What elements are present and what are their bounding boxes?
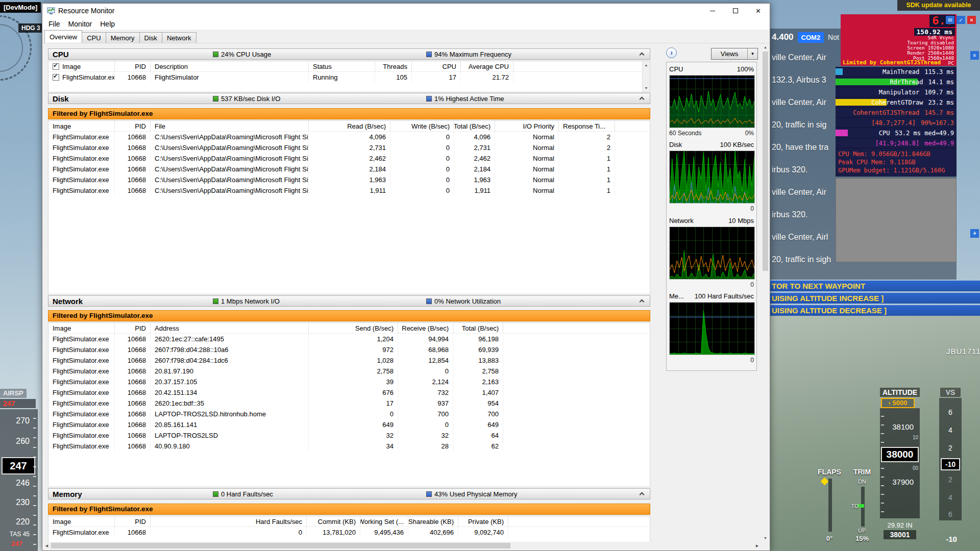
- tab[interactable]: Memory: [106, 32, 140, 43]
- table-row[interactable]: FlightSimulator.exe 10668 2607:f798:d04:…: [48, 355, 650, 366]
- table-row[interactable]: FlightSimulator.exe 10668 FlightSimulato…: [48, 72, 650, 83]
- aircraft-panel-icon[interactable]: ✈: [970, 229, 979, 238]
- network-section-header[interactable]: Network 1 Mbps Network I/O 0% Network Ut…: [48, 295, 650, 307]
- table-row[interactable]: FlightSimulator.exe 10668 C:\Users\Sven\…: [48, 164, 650, 174]
- close-debug-icon[interactable]: ✕: [967, 16, 976, 24]
- table-row[interactable]: FlightSimulator.exe 10668 C:\Users\Sven\…: [48, 174, 650, 185]
- scroll-up-arrow[interactable]: ▲: [643, 61, 650, 69]
- column-header[interactable]: PID: [115, 516, 151, 527]
- table-row[interactable]: FlightSimulator.exe 10668 LAPTOP-TROS2LS…: [48, 430, 650, 441]
- atc-menu-item[interactable]: UISING ALTITUDE DECREASE ]: [750, 305, 980, 316]
- column-header[interactable]: Write (B/sec): [390, 121, 454, 131]
- table-row[interactable]: FlightSimulator.exe 10668 2607:f798:d04:…: [48, 344, 650, 355]
- column-header[interactable]: Status: [309, 61, 375, 71]
- column-header[interactable]: Description: [151, 61, 309, 71]
- row-checkbox[interactable]: [53, 74, 59, 81]
- scroll-thumb[interactable]: [763, 52, 768, 271]
- table-row[interactable]: FlightSimulator.exe 10668 2620:1ec:27::c…: [48, 334, 650, 344]
- vertical-scrollbar[interactable]: ▲ ▼: [762, 43, 769, 542]
- mail-icon[interactable]: ✉: [946, 16, 954, 24]
- disk-section-header[interactable]: Disk 537 KB/sec Disk I/O 1% Highest Acti…: [48, 93, 650, 104]
- collapse-chevron-button[interactable]: [638, 490, 646, 498]
- column-header[interactable]: Commit (KB): [307, 516, 360, 527]
- menu-item[interactable]: File: [44, 19, 64, 29]
- collapse-graph-pane-button[interactable]: ›: [666, 47, 677, 58]
- maximize-button[interactable]: [724, 4, 747, 18]
- horizontal-scrollbar[interactable]: ◀ ▶: [43, 542, 761, 549]
- column-header[interactable]: Image: [48, 61, 115, 71]
- column-header[interactable]: Total (B/sec): [454, 121, 495, 131]
- table-row[interactable]: FlightSimulator.exe 10668 LAPTOP-TROS2LS…: [48, 409, 650, 419]
- cell: C:\Users\Sven\AppData\Roaming\Microsoft …: [151, 185, 309, 196]
- column-header[interactable]: Response Ti...: [559, 121, 615, 131]
- column-header[interactable]: File: [151, 121, 309, 131]
- com2-badge[interactable]: COM2: [798, 32, 824, 43]
- menu-item[interactable]: Monitor: [64, 19, 96, 29]
- column-header[interactable]: Send (B/sec): [309, 323, 398, 333]
- cpu-table-scrollbar[interactable]: ▲▼: [642, 61, 650, 92]
- column-header[interactable]: Image: [48, 121, 115, 131]
- table-row[interactable]: FlightSimulator.exe 10668 C:\Users\Sven\…: [48, 142, 650, 153]
- close-button[interactable]: ✕: [747, 4, 770, 18]
- table-row[interactable]: FlightSimulator.exe 10668 C:\Users\Sven\…: [48, 132, 650, 142]
- views-dropdown-arrow[interactable]: ▼: [747, 48, 757, 59]
- column-header[interactable]: Image: [48, 516, 115, 527]
- memory-section-header[interactable]: Memory 0 Hard Faults/sec 43% Used Physic…: [48, 488, 650, 499]
- minimize-button[interactable]: [701, 4, 724, 18]
- tab[interactable]: CPU: [82, 32, 106, 43]
- altitude-sub-digits: 10: [913, 435, 918, 440]
- column-header[interactable]: Average CPU: [461, 61, 513, 71]
- table-row[interactable]: FlightSimulator.exe 10668 20.42.151.134 …: [48, 387, 650, 398]
- views-button[interactable]: Views ▼: [711, 48, 758, 60]
- select-all-checkbox[interactable]: [53, 63, 59, 70]
- menu-item[interactable]: Help: [96, 19, 119, 29]
- cell: 10668: [115, 164, 151, 174]
- tab[interactable]: Disk: [139, 32, 162, 43]
- column-header[interactable]: PID: [115, 61, 151, 71]
- collapse-chevron-button[interactable]: [638, 51, 646, 59]
- cell: FlightSimulator.exe: [48, 355, 115, 366]
- table-row[interactable]: FlightSimulator.exe 10668 20.81.97.190 2…: [48, 366, 650, 377]
- scroll-right-arrow[interactable]: ▶: [753, 542, 761, 549]
- table-row[interactable]: FlightSimulator.exe 10668 0 13,781,020 9…: [48, 527, 650, 538]
- collapse-chevron-button[interactable]: [638, 297, 646, 306]
- column-header[interactable]: I/O Priority: [495, 121, 559, 131]
- tab[interactable]: Overview: [44, 30, 82, 43]
- check-icon[interactable]: ✓: [957, 16, 965, 24]
- column-header[interactable]: Working Set (...: [360, 516, 408, 527]
- table-row[interactable]: FlightSimulator.exe 10668 20.85.161.141 …: [48, 419, 650, 430]
- column-header[interactable]: PID: [115, 121, 151, 131]
- column-header[interactable]: Image: [48, 323, 115, 333]
- atc-menu-item[interactable]: TOR TO NEXT WAYPOINT: [750, 281, 980, 291]
- tab[interactable]: Network: [162, 32, 197, 43]
- table-row[interactable]: FlightSimulator.exe 10668 C:\Users\Sven\…: [48, 185, 650, 196]
- table-row[interactable]: FlightSimulator.exe 10668 20.37.157.105 …: [48, 377, 650, 387]
- cell: 105: [375, 72, 412, 83]
- column-header[interactable]: CPU: [412, 61, 461, 71]
- scroll-up-arrow[interactable]: ▲: [762, 43, 769, 51]
- column-header[interactable]: Private (KB): [458, 516, 508, 527]
- atc-menu-item[interactable]: UISING ALTITUDE INCREASE ]: [750, 293, 980, 304]
- scroll-left-arrow[interactable]: ◀: [43, 542, 51, 549]
- column-header[interactable]: Total (B/sec): [453, 323, 503, 333]
- column-header[interactable]: Hard Faults/sec: [151, 516, 307, 527]
- panel-tab-icon[interactable]: ≡: [970, 51, 979, 60]
- column-header[interactable]: Receive (B/sec): [398, 323, 453, 333]
- table-row[interactable]: FlightSimulator.exe 10668 40.90.9.180 34…: [48, 441, 650, 452]
- cpu-section-header[interactable]: CPU 24% CPU Usage 94% Maximum Frequency: [48, 48, 650, 60]
- sdk-update-banner[interactable]: SDK update available: [897, 0, 980, 11]
- column-header[interactable]: Threads: [375, 61, 412, 71]
- column-header[interactable]: Address: [151, 323, 309, 333]
- cell: 40.90.9.180: [151, 441, 309, 452]
- table-row[interactable]: FlightSimulator.exe 10668 C:\Users\Sven\…: [48, 153, 650, 164]
- metric-label: Manipulator: [879, 87, 919, 97]
- scroll-thumb[interactable]: [51, 543, 510, 548]
- scroll-down-arrow[interactable]: ▼: [643, 84, 650, 92]
- table-row[interactable]: FlightSimulator.exe 10668 2620:1ec:bdf::…: [48, 398, 650, 409]
- column-header[interactable]: Read (B/sec): [309, 121, 390, 131]
- column-header[interactable]: Shareable (KB): [408, 516, 458, 527]
- title-bar[interactable]: Resource Monitor ✕: [42, 4, 770, 18]
- collapse-chevron-button[interactable]: [638, 95, 646, 103]
- scroll-down-arrow[interactable]: ▼: [762, 534, 769, 542]
- column-header[interactable]: PID: [115, 323, 151, 333]
